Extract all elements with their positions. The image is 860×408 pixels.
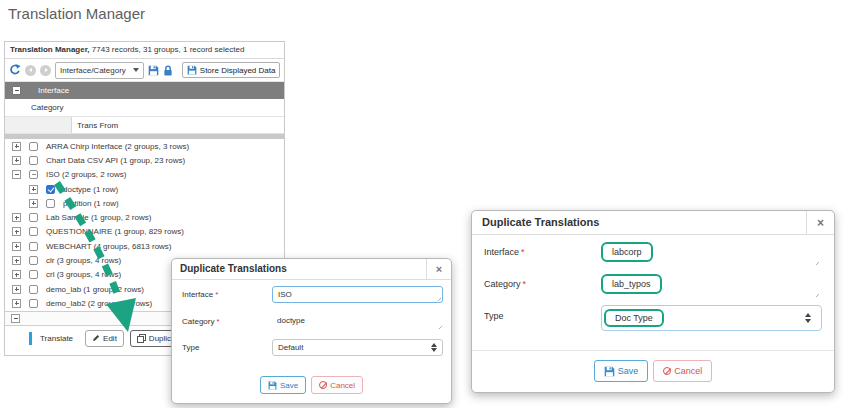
- tree-row-label: Chart Data CSV API (1 group, 23 rows): [46, 156, 185, 165]
- category-field-row: Category* doctype: [182, 313, 443, 330]
- category-field-row: Category* lab_typos: [484, 273, 822, 299]
- panel-summary-title: Translation Manager,: [10, 45, 90, 54]
- collapse-all-icon[interactable]: [12, 86, 21, 95]
- interface-field-row: Interface* labcorp: [484, 241, 822, 267]
- expand-icon[interactable]: [12, 256, 21, 265]
- type-select[interactable]: Doc Type: [601, 305, 822, 331]
- close-icon[interactable]: ×: [426, 259, 451, 279]
- field-label-text: Type: [182, 343, 199, 352]
- resize-handle-icon[interactable]: [435, 295, 441, 301]
- edit-button[interactable]: Edit: [85, 330, 124, 347]
- expand-icon[interactable]: [12, 156, 21, 165]
- expand-icon[interactable]: [12, 270, 21, 279]
- resize-handle-icon[interactable]: [813, 259, 819, 265]
- interface-input[interactable]: labcorp: [601, 241, 822, 267]
- expand-icon[interactable]: [29, 185, 38, 194]
- view-mode-select[interactable]: Interface/Category: [55, 62, 144, 79]
- row-checkbox[interactable]: [29, 156, 38, 165]
- tree-row-iso[interactable]: ISO (2 groups, 2 rows): [5, 168, 284, 182]
- store-displayed-data-button[interactable]: Store Displayed Data: [182, 62, 281, 78]
- tree-row-lab-sample[interactable]: Lab Sample (1 group, 2 rows): [5, 210, 284, 224]
- tree-row-arra-chirp[interactable]: ARRA Chirp Interface (2 groups, 3 rows): [5, 139, 284, 153]
- tree-row-doctype[interactable]: doctype (1 row): [5, 182, 284, 196]
- expand-icon[interactable]: [12, 142, 21, 151]
- dialog-footer: Save Cancel: [472, 350, 834, 382]
- expand-icon[interactable]: [12, 299, 21, 308]
- chevron-left-icon: [29, 68, 32, 72]
- save-button[interactable]: Save: [260, 376, 306, 394]
- row-checkbox[interactable]: [29, 213, 38, 222]
- save-icon: [268, 381, 277, 390]
- row-checkbox[interactable]: [29, 227, 38, 236]
- tree-row-chart-data-csv[interactable]: Chart Data CSV API (1 group, 23 rows): [5, 153, 284, 167]
- tree-row-label: WEBCHART (4 groups, 6813 rows): [46, 242, 172, 251]
- column-header-category-label: Category: [31, 103, 63, 112]
- cancel-button-label: Cancel: [330, 381, 355, 390]
- dialog-header: Duplicate Translations ×: [172, 259, 451, 280]
- row-checkbox[interactable]: [29, 242, 38, 251]
- category-input[interactable]: doctype: [272, 313, 443, 330]
- tree-row-partition[interactable]: partition (1 row): [5, 196, 284, 210]
- resize-handle-icon[interactable]: [813, 291, 819, 297]
- interface-input[interactable]: ISO: [272, 286, 443, 303]
- tree-row-label: demo_lab (1 group, 2 rows): [46, 285, 144, 294]
- annotation-highlight: Doc Type: [604, 309, 664, 327]
- column-header-interface: Interface: [5, 82, 284, 99]
- dialog-header: Duplicate Translations ×: [472, 211, 834, 235]
- panel-summary: Translation Manager, 7743 records, 31 gr…: [5, 42, 284, 59]
- row-checkbox-indeterminate[interactable]: [29, 170, 38, 179]
- tree-row-questionnaire[interactable]: QUESTIONNAIRE (1 group, 829 rows): [5, 225, 284, 239]
- updown-arrows-icon: [431, 343, 437, 353]
- cancel-button[interactable]: Cancel: [653, 360, 712, 382]
- resize-handle-icon[interactable]: [436, 323, 442, 329]
- category-input-value: doctype: [277, 316, 305, 325]
- row-checkbox[interactable]: [46, 199, 55, 208]
- cancel-button[interactable]: Cancel: [311, 376, 363, 394]
- column-header-category: Category: [5, 99, 284, 117]
- save-icon[interactable]: [148, 65, 159, 76]
- type-select[interactable]: Default: [272, 339, 443, 356]
- row-checkbox[interactable]: [29, 270, 38, 279]
- required-asterisk: *: [523, 279, 527, 289]
- field-label-text: Interface: [182, 290, 213, 299]
- field-label-text: Type: [484, 311, 504, 321]
- translate-tab[interactable]: Translate: [29, 332, 79, 345]
- tree-row-label: partition (1 row): [63, 199, 119, 208]
- pencil-icon: [92, 334, 100, 342]
- refresh-icon[interactable]: [9, 64, 21, 76]
- dialog-title: Duplicate Translations: [172, 259, 426, 279]
- interface-input-value: labcorp: [612, 247, 642, 257]
- row-checkbox[interactable]: [29, 299, 38, 308]
- row-checkbox[interactable]: [29, 256, 38, 265]
- row-checkbox[interactable]: [29, 285, 38, 294]
- annotation-highlight: labcorp: [601, 242, 653, 262]
- page-title: Translation Manager: [8, 5, 145, 22]
- row-checkbox[interactable]: [29, 142, 38, 151]
- tree-row-label: ISO (2 groups, 2 rows): [46, 170, 126, 179]
- type-field-label: Type: [182, 339, 272, 356]
- interface-field-row: Interface* ISO: [182, 286, 443, 303]
- tree-row-webchart[interactable]: WEBCHART (4 groups, 6813 rows): [5, 239, 284, 253]
- nav-prev-icon[interactable]: [25, 65, 36, 76]
- expand-icon[interactable]: [12, 213, 21, 222]
- collapse-icon[interactable]: [11, 314, 20, 323]
- expand-icon[interactable]: [12, 285, 21, 294]
- collapse-icon[interactable]: [12, 170, 21, 179]
- nav-next-icon[interactable]: [40, 65, 51, 76]
- row-checkbox-checked[interactable]: [46, 185, 55, 194]
- expand-icon[interactable]: [29, 199, 38, 208]
- category-field-label: Category*: [484, 273, 601, 299]
- type-field-label: Type: [484, 305, 601, 331]
- save-button-label: Save: [280, 381, 298, 390]
- close-icon[interactable]: ×: [806, 211, 834, 234]
- annotation-highlight: lab_typos: [601, 274, 662, 294]
- chevron-down-icon: [133, 68, 139, 72]
- tree-row-label: demo_lab2 (2 groups, 4 rows): [46, 299, 152, 308]
- field-label-text: Category: [484, 279, 521, 289]
- expand-icon[interactable]: [12, 242, 21, 251]
- category-input[interactable]: lab_typos: [601, 273, 822, 299]
- save-button[interactable]: Save: [594, 360, 649, 382]
- tree-row-label: QUESTIONNAIRE (1 group, 829 rows): [46, 227, 184, 236]
- lock-icon[interactable]: [163, 65, 173, 76]
- expand-icon[interactable]: [12, 227, 21, 236]
